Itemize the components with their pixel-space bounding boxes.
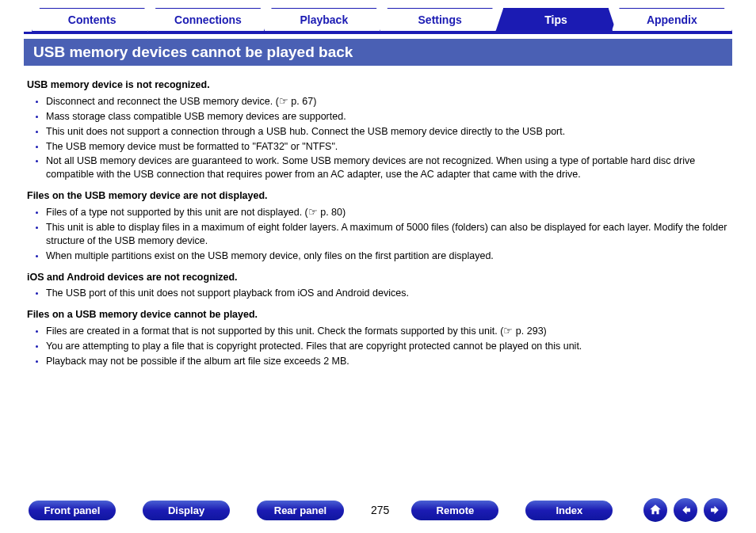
subhead: Files on a USB memory device cannot be p… — [27, 308, 729, 322]
tab-tips[interactable]: Tips — [495, 8, 616, 32]
tab-appendix[interactable]: Appendix — [612, 8, 732, 32]
footer: Front panel Display Rear panel 275 Remot… — [0, 498, 756, 522]
tab-connections[interactable]: Connections — [147, 8, 268, 32]
index-button[interactable]: Index — [525, 501, 613, 520]
prev-icon[interactable] — [674, 498, 697, 522]
list-item: This unit does not support a connection … — [46, 125, 729, 139]
tab-contents[interactable]: Contents — [32, 8, 152, 32]
list-item: The USB memory device must be formatted … — [46, 140, 729, 154]
list-item: Disconnect and reconnect the USB memory … — [46, 95, 729, 109]
list-item: This unit is able to display files in a … — [46, 221, 729, 248]
bullet-list: Disconnect and reconnect the USB memory … — [27, 95, 729, 181]
subhead: Files on the USB memory device are not d… — [27, 189, 729, 203]
tab-playback[interactable]: Playback — [264, 8, 384, 32]
list-item: Files of a type not supported by this un… — [46, 206, 729, 219]
content: USB memory device is not recognized. Dis… — [24, 66, 732, 368]
nav-icons — [643, 498, 727, 522]
subhead: USB memory device is not recognized. — [27, 78, 729, 92]
tab-settings[interactable]: Settings — [380, 8, 500, 32]
rear-panel-button[interactable]: Rear panel — [257, 501, 344, 520]
display-button[interactable]: Display — [143, 501, 230, 520]
list-item: Not all USB memory devices are guarantee… — [46, 154, 729, 181]
page-number: 275 — [371, 504, 389, 516]
bullet-list: The USB port of this unit does not suppo… — [27, 287, 729, 300]
list-item: When multiple partitions exist on the US… — [46, 249, 729, 263]
list-item: Playback may not be possible if the albu… — [46, 355, 729, 368]
list-item: Files are created in a format that is no… — [46, 325, 729, 338]
front-panel-button[interactable]: Front panel — [29, 501, 116, 520]
nav-tabs: Contents Connections Playback Settings T… — [32, 8, 732, 32]
bullet-list: Files are created in a format that is no… — [27, 325, 729, 368]
list-item: The USB port of this unit does not suppo… — [46, 287, 729, 300]
subhead: iOS and Android devices are not recogniz… — [27, 271, 729, 284]
list-item: Mass storage class compatible USB memory… — [46, 110, 729, 124]
page-title: USB memory devices cannot be played back — [24, 39, 732, 66]
list-item: You are attempting to play a file that i… — [46, 340, 729, 353]
home-icon[interactable] — [643, 498, 667, 522]
remote-button[interactable]: Remote — [411, 501, 498, 520]
header-rule — [24, 32, 732, 34]
next-icon[interactable] — [704, 498, 727, 522]
bullet-list: Files of a type not supported by this un… — [27, 206, 729, 263]
